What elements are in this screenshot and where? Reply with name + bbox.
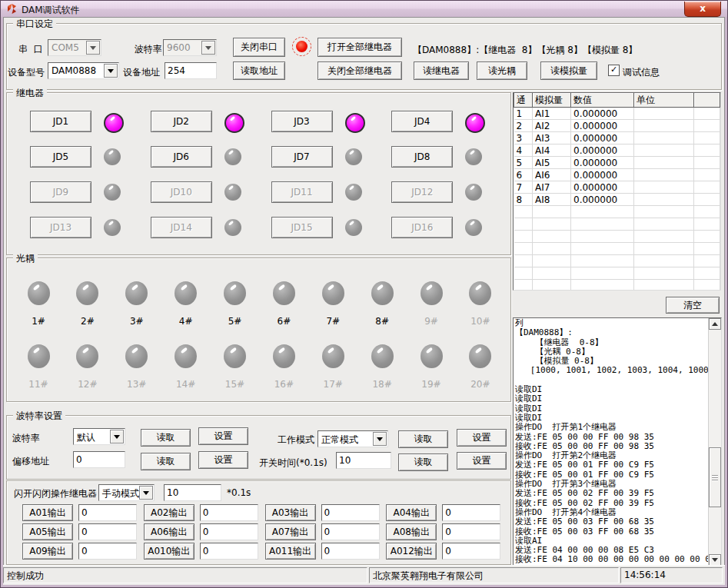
output-button-a06输出[interactable]: A06输出 <box>144 523 194 540</box>
work-mode-select[interactable]: 正常模式 <box>317 430 388 447</box>
debug-info-checkbox[interactable]: ✓ <box>608 65 620 76</box>
clear-log-button[interactable]: 清空 <box>666 297 720 314</box>
close-all-relays-button[interactable]: 关闭全部继电器 <box>317 61 402 80</box>
baud-read-button[interactable]: 读取 <box>141 429 191 447</box>
output-value-input[interactable] <box>442 523 500 540</box>
table-row[interactable] <box>514 231 720 243</box>
relay-button-jd12[interactable]: JD12 <box>391 181 453 203</box>
read-opto-button[interactable]: 读光耦 <box>477 61 527 80</box>
table-row[interactable] <box>514 255 720 267</box>
offset-set-button[interactable]: 设置 <box>198 451 248 469</box>
output-button-a02输出[interactable]: A02输出 <box>144 504 194 521</box>
table-row[interactable]: 6AI60.000000 <box>514 169 720 181</box>
output-button-a09输出[interactable]: A09输出 <box>22 543 73 560</box>
output-button-a07输出[interactable]: A07输出 <box>265 523 316 540</box>
relay-button-jd4[interactable]: JD4 <box>391 111 453 132</box>
baud-setting-select[interactable]: 默认 <box>73 428 125 445</box>
read-relays-button[interactable]: 读继电器 <box>414 61 469 80</box>
relay-button-jd14[interactable]: JD14 <box>151 217 212 238</box>
output-value-input[interactable] <box>442 504 500 521</box>
analog-col-header[interactable]: 模拟量 <box>533 93 571 108</box>
relay-button-jd9[interactable]: JD9 <box>30 181 91 203</box>
table-row[interactable]: 5AI50.000000 <box>514 157 720 169</box>
table-row[interactable] <box>514 218 720 231</box>
table-row[interactable]: 4AI40.000000 <box>514 145 720 157</box>
table-row[interactable]: 2AI20.000000 <box>514 120 720 132</box>
output-value-input[interactable] <box>321 504 380 521</box>
output-value-input[interactable] <box>321 523 380 540</box>
table-row[interactable] <box>514 243 720 255</box>
output-value-input[interactable] <box>200 543 258 560</box>
debug-log-panel[interactable]: 列【DAM0888】: 【继电器 0-8】 【光耦 0-8】 【模拟量 0-8】… <box>513 317 722 566</box>
table-row[interactable]: 7AI70.000000 <box>514 181 720 194</box>
chevron-down-icon[interactable] <box>86 41 100 55</box>
analog-col-header[interactable]: 通 <box>514 93 533 108</box>
relay-button-jd8[interactable]: JD8 <box>391 146 453 168</box>
com-port-select[interactable]: COM5 <box>48 39 101 56</box>
open-all-relays-button[interactable]: 打开全部继电器 <box>317 38 402 57</box>
work-mode-set-button[interactable]: 设置 <box>457 429 507 447</box>
relay-button-jd13[interactable]: JD13 <box>30 217 91 238</box>
baud-select[interactable]: 9600 <box>163 39 217 56</box>
relay-button-jd7[interactable]: JD7 <box>271 146 333 168</box>
output-value-input[interactable] <box>78 523 137 540</box>
close-serial-button[interactable]: 关闭串口 <box>233 38 285 57</box>
flash-mode-select[interactable]: 手动模式 <box>98 484 155 501</box>
log-scrollbar[interactable] <box>708 318 721 566</box>
chevron-down-icon[interactable] <box>201 41 215 55</box>
offset-read-button[interactable]: 读取 <box>141 453 191 470</box>
device-model-select[interactable]: DAM0888 <box>48 62 119 79</box>
scrollbar-thumb[interactable] <box>709 447 721 507</box>
output-button-a012输出[interactable]: A012输出 <box>386 543 437 560</box>
baud-set-button[interactable]: 设置 <box>198 427 248 445</box>
relay-button-jd15[interactable]: JD15 <box>271 217 333 238</box>
switch-time-read-button[interactable]: 读取 <box>398 453 448 471</box>
chevron-down-icon[interactable] <box>139 486 153 500</box>
relay-button-jd2[interactable]: JD2 <box>151 111 212 132</box>
analog-col-header[interactable]: 数值 <box>571 93 634 108</box>
table-row[interactable]: 3AI30.000000 <box>514 132 720 145</box>
read-addr-button[interactable]: 读取地址 <box>233 61 285 80</box>
read-analog-button[interactable]: 读模拟量 <box>540 61 597 80</box>
output-value-input[interactable] <box>78 504 137 521</box>
output-value-input[interactable] <box>200 523 258 540</box>
output-button-a011输出[interactable]: A011输出 <box>265 543 316 560</box>
output-value-input[interactable] <box>78 543 137 560</box>
analog-col-header[interactable] <box>694 93 720 108</box>
relay-button-jd6[interactable]: JD6 <box>151 146 212 168</box>
device-addr-input[interactable] <box>165 62 217 79</box>
table-row[interactable] <box>514 267 720 280</box>
output-button-a04输出[interactable]: A04输出 <box>386 504 437 521</box>
analog-col-header[interactable]: 单位 <box>634 93 694 108</box>
output-value-input[interactable] <box>200 504 258 521</box>
scroll-up-icon[interactable] <box>709 318 721 330</box>
output-button-a010输出[interactable]: A010输出 <box>144 543 194 560</box>
output-button-a08输出[interactable]: A08输出 <box>386 523 437 540</box>
table-row[interactable] <box>514 280 720 291</box>
relay-button-jd3[interactable]: JD3 <box>271 111 333 132</box>
relay-button-jd1[interactable]: JD1 <box>30 111 91 132</box>
flash-time-input[interactable] <box>164 484 221 501</box>
chevron-down-icon[interactable] <box>110 430 124 443</box>
switch-time-input[interactable] <box>336 452 391 469</box>
chevron-down-icon[interactable] <box>104 64 118 78</box>
table-row[interactable]: 1AI10.000000 <box>514 108 720 120</box>
close-button[interactable]: x <box>684 2 721 17</box>
relay-button-jd5[interactable]: JD5 <box>30 146 91 168</box>
output-button-a05输出[interactable]: A05输出 <box>22 523 73 540</box>
output-button-a01输出[interactable]: A01输出 <box>22 504 73 521</box>
table-row[interactable] <box>514 206 720 218</box>
output-value-input[interactable] <box>321 543 380 560</box>
output-value-input[interactable] <box>442 543 500 560</box>
relay-button-jd10[interactable]: JD10 <box>151 181 212 203</box>
work-mode-read-button[interactable]: 读取 <box>398 430 448 448</box>
titlebar[interactable]: DAM调试软件 x <box>1 1 727 17</box>
scroll-down-icon[interactable] <box>709 554 721 566</box>
offset-addr-input[interactable] <box>73 451 125 468</box>
relay-button-jd16[interactable]: JD16 <box>391 217 453 238</box>
switch-time-set-button[interactable]: 设置 <box>457 452 507 470</box>
relay-button-jd11[interactable]: JD11 <box>271 181 333 203</box>
table-row[interactable]: 8AI80.000000 <box>514 194 720 206</box>
chevron-down-icon[interactable] <box>373 432 387 446</box>
output-button-a03输出[interactable]: A03输出 <box>265 504 316 521</box>
